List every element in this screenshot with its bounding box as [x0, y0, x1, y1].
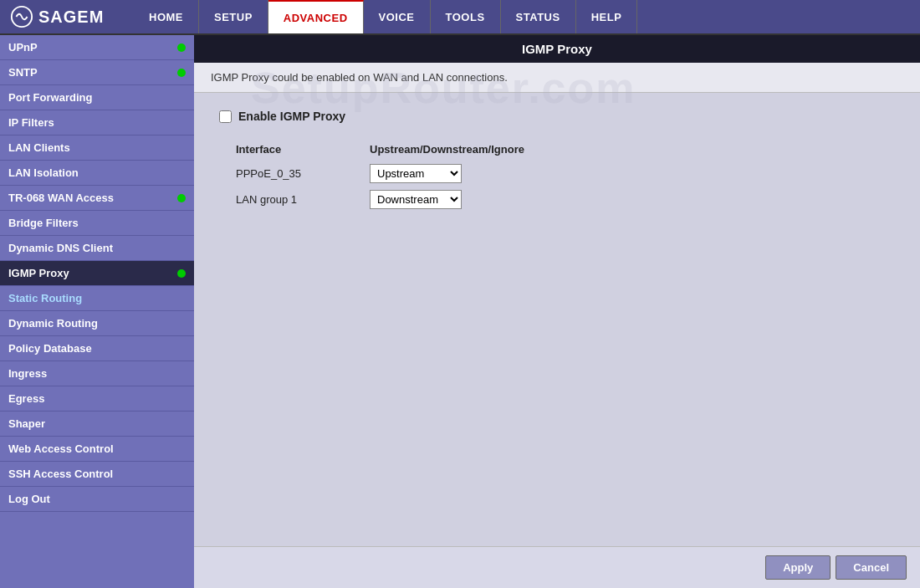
- interface-label-1: LAN group 1: [236, 193, 370, 206]
- interface-row-1: LAN group 1 Upstream Downstream Ignore: [236, 190, 895, 209]
- upnp-status-dot: [177, 43, 186, 52]
- top-navigation: SAGEM HOME SETUP ADVANCED VOICE TOOLS ST…: [0, 0, 920, 35]
- sidebar-item-sntp[interactable]: SNTP: [0, 60, 194, 85]
- apply-button[interactable]: Apply: [765, 555, 831, 580]
- col-interface-header: Interface: [236, 143, 370, 156]
- content-area: IGMP Proxy IGMP Proxy could be enabled o…: [194, 35, 920, 588]
- content-body: IGMP Proxy could be enabled on WAN and L…: [194, 63, 920, 588]
- nav-setup[interactable]: SETUP: [199, 0, 268, 33]
- sidebar-item-tr068[interactable]: TR-068 WAN Access: [0, 186, 194, 211]
- enable-igmp-label: Enable IGMP Proxy: [238, 110, 345, 123]
- sidebar-item-port-forwarding[interactable]: Port Forwarding: [0, 85, 194, 110]
- logo-area: SAGEM: [0, 0, 134, 33]
- sidebar-item-lan-clients[interactable]: LAN Clients: [0, 135, 194, 161]
- enable-igmp-checkbox[interactable]: [219, 110, 232, 123]
- interface-table: Interface Upstream/Downstream/Ignore PPP…: [236, 143, 895, 209]
- logo-text: SAGEM: [38, 8, 104, 27]
- sidebar-item-static-routing[interactable]: Static Routing: [0, 286, 194, 311]
- sidebar-item-dynamic-routing[interactable]: Dynamic Routing: [0, 311, 194, 336]
- footer-bar: Apply Cancel: [194, 546, 920, 588]
- nav-home[interactable]: HOME: [134, 0, 199, 33]
- nav-help[interactable]: HELP: [576, 0, 638, 33]
- form-area: Enable IGMP Proxy Interface Upstream/Dow…: [194, 93, 920, 546]
- content-header: IGMP Proxy: [194, 35, 920, 63]
- sagem-logo-icon: [10, 5, 33, 28]
- tr068-status-dot: [177, 194, 186, 202]
- interface-row-0: PPPoE_0_35 Upstream Downstream Ignore: [236, 164, 895, 183]
- sidebar-item-igmp-proxy[interactable]: IGMP Proxy: [0, 261, 194, 286]
- sidebar-item-web-access[interactable]: Web Access Control: [0, 437, 194, 462]
- interface-select-1[interactable]: Upstream Downstream Ignore: [370, 190, 462, 209]
- sidebar-item-ingress[interactable]: Ingress: [0, 361, 194, 386]
- cancel-button[interactable]: Cancel: [836, 555, 907, 580]
- main-layout: UPnP SNTP Port Forwarding IP Filters LAN…: [0, 35, 920, 588]
- sidebar-item-policy-database[interactable]: Policy Database: [0, 336, 194, 361]
- nav-advanced[interactable]: ADVANCED: [268, 0, 364, 33]
- sidebar-item-logout[interactable]: Log Out: [0, 487, 194, 512]
- col-upstream-header: Upstream/Downstream/Ignore: [370, 143, 524, 156]
- sidebar-item-dynamic-dns[interactable]: Dynamic DNS Client: [0, 236, 194, 261]
- sidebar-item-upnp[interactable]: UPnP: [0, 35, 194, 60]
- sidebar-item-bridge-filters[interactable]: Bridge Filters: [0, 211, 194, 236]
- sntp-status-dot: [177, 69, 186, 77]
- nav-bar: HOME SETUP ADVANCED VOICE TOOLS STATUS H…: [134, 0, 637, 33]
- igmp-status-dot: [177, 269, 186, 278]
- sidebar-item-ssh-access[interactable]: SSH Access Control: [0, 462, 194, 487]
- description-bar: IGMP Proxy could be enabled on WAN and L…: [194, 63, 920, 93]
- interface-select-0[interactable]: Upstream Downstream Ignore: [370, 164, 462, 183]
- interface-label-0: PPPoE_0_35: [236, 167, 370, 180]
- sidebar-item-egress[interactable]: Egress: [0, 386, 194, 412]
- nav-voice[interactable]: VOICE: [364, 0, 431, 33]
- nav-status[interactable]: STATUS: [501, 0, 576, 33]
- sidebar-item-shaper[interactable]: Shaper: [0, 412, 194, 437]
- sidebar-item-lan-isolation[interactable]: LAN Isolation: [0, 161, 194, 186]
- enable-igmp-row: Enable IGMP Proxy: [219, 110, 895, 123]
- nav-tools[interactable]: TOOLS: [431, 0, 501, 33]
- sidebar: UPnP SNTP Port Forwarding IP Filters LAN…: [0, 35, 194, 588]
- sidebar-item-ip-filters[interactable]: IP Filters: [0, 110, 194, 135]
- table-header: Interface Upstream/Downstream/Ignore: [236, 143, 895, 156]
